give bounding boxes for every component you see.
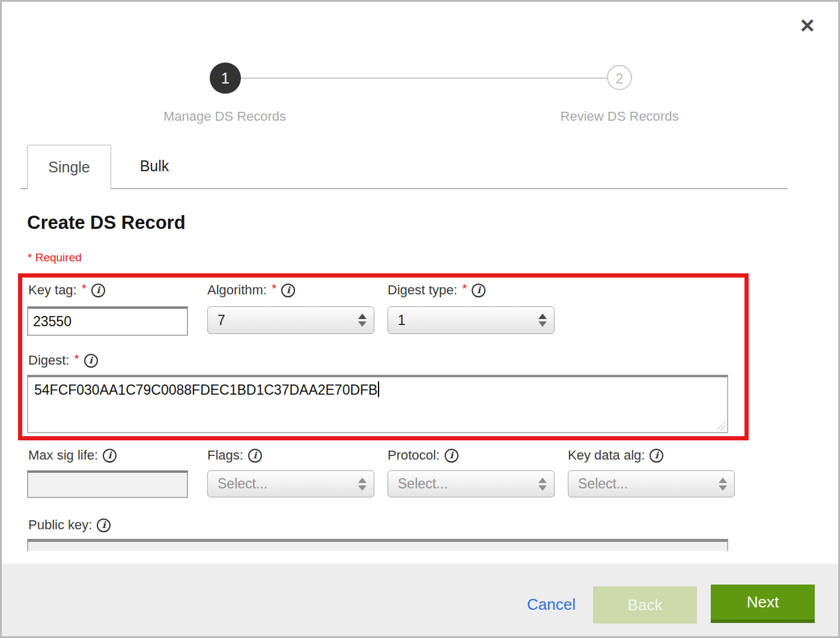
- select-arrows-icon: [719, 478, 727, 491]
- protocol-label: Protocol: i: [388, 448, 458, 463]
- info-icon-glyph: i: [254, 451, 257, 460]
- page-title: Create DS Record: [27, 212, 186, 234]
- info-icon-glyph: i: [89, 356, 93, 365]
- stepper-connector-line: [241, 77, 607, 79]
- text-cursor: [378, 381, 379, 397]
- digest-type-select-value: 1: [398, 312, 406, 329]
- public-key-textarea[interactable]: [27, 539, 728, 551]
- key-tag-label: Key tag: * i: [28, 282, 105, 298]
- close-icon[interactable]: ✕: [799, 16, 815, 35]
- tab-divider-line: [20, 188, 788, 189]
- algorithm-label-text: Algorithm:: [207, 282, 267, 298]
- step-2-circle: 2: [607, 65, 632, 90]
- step-1-label: Manage DS Records: [141, 109, 309, 124]
- digest-label-text: Digest:: [28, 353, 69, 368]
- digest-type-label-text: Digest type:: [388, 282, 457, 298]
- select-arrows-icon: [358, 314, 367, 327]
- flags-label-text: Flags:: [207, 448, 243, 463]
- info-icon[interactable]: i: [472, 284, 485, 297]
- protocol-select[interactable]: Select...: [388, 470, 555, 497]
- info-icon[interactable]: i: [248, 449, 262, 463]
- algorithm-select[interactable]: 7: [207, 306, 374, 334]
- back-button[interactable]: Back: [593, 586, 697, 624]
- next-button[interactable]: Next: [711, 585, 815, 623]
- info-icon-glyph: i: [102, 521, 106, 530]
- select-arrows-icon: [538, 478, 547, 491]
- required-note: * Required: [28, 251, 82, 264]
- max-sig-life-label: Max sig life: i: [28, 448, 117, 463]
- public-key-label-text: Public key:: [28, 517, 92, 533]
- info-icon-glyph: i: [655, 451, 659, 460]
- key-data-alg-label: Key data alg: i: [568, 448, 663, 463]
- info-icon-glyph: i: [287, 286, 290, 295]
- max-sig-life-input[interactable]: [27, 470, 188, 498]
- digest-type-select[interactable]: 1: [388, 306, 555, 334]
- info-icon-glyph: i: [108, 451, 112, 460]
- digest-textarea[interactable]: 54FCF030AA1C79C0088FDEC1BD1C37DAA2E70DFB: [27, 375, 728, 433]
- step-2-label: Review DS Records: [535, 109, 704, 124]
- info-icon[interactable]: i: [91, 284, 105, 297]
- max-sig-life-label-text: Max sig life:: [28, 448, 98, 463]
- info-icon-glyph: i: [97, 286, 100, 295]
- algorithm-required-marker: *: [272, 281, 276, 296]
- key-tag-required-marker: *: [82, 281, 87, 296]
- algorithm-label: Algorithm: * i: [207, 282, 295, 298]
- info-icon-glyph: i: [449, 451, 453, 460]
- info-icon-glyph: i: [477, 286, 481, 295]
- step-1-circle: 1: [210, 62, 241, 94]
- key-tag-label-text: Key tag:: [28, 282, 77, 298]
- key-data-alg-select[interactable]: Select...: [568, 470, 735, 497]
- digest-type-label: Digest type: * i: [388, 282, 485, 298]
- digest-label: Digest: * i: [28, 353, 98, 368]
- info-icon[interactable]: i: [103, 449, 117, 463]
- digest-textarea-value: 54FCF030AA1C79C0088FDEC1BD1C37DAA2E70DFB: [34, 382, 377, 398]
- protocol-select-value: Select...: [398, 476, 448, 492]
- flags-label: Flags: i: [207, 448, 262, 463]
- algorithm-select-value: 7: [218, 312, 225, 329]
- digest-type-required-marker: *: [462, 281, 467, 296]
- protocol-label-text: Protocol:: [388, 448, 440, 463]
- cancel-link[interactable]: Cancel: [527, 595, 576, 614]
- info-icon[interactable]: i: [445, 449, 458, 463]
- flags-select-value: Select...: [218, 476, 267, 492]
- textarea-resize-handle-icon[interactable]: [716, 421, 725, 430]
- key-tag-input[interactable]: [27, 306, 188, 336]
- digest-required-marker: *: [74, 351, 79, 366]
- info-icon[interactable]: i: [650, 449, 663, 463]
- info-icon[interactable]: i: [84, 354, 98, 368]
- tab-bulk[interactable]: Bulk: [111, 145, 198, 187]
- select-arrows-icon: [538, 314, 547, 327]
- info-icon[interactable]: i: [281, 284, 295, 297]
- flags-select[interactable]: Select...: [207, 470, 374, 497]
- public-key-label: Public key: i: [28, 517, 111, 533]
- key-data-alg-select-value: Select...: [578, 476, 628, 492]
- key-data-alg-label-text: Key data alg:: [568, 448, 645, 463]
- select-arrows-icon: [358, 478, 367, 491]
- info-icon[interactable]: i: [97, 518, 111, 532]
- create-ds-record-dialog: ✕ 1 2 Manage DS Records Review DS Record…: [0, 0, 840, 638]
- tab-single[interactable]: Single: [27, 145, 111, 189]
